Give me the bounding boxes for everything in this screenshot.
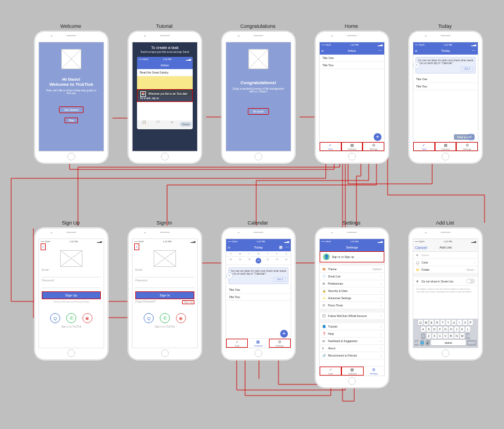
more-icon[interactable]: ⋯: [470, 47, 478, 55]
toggle-switch[interactable]: [466, 279, 475, 284]
mic-key[interactable]: 🎤: [425, 340, 430, 345]
tab-task[interactable]: ✓Task: [320, 367, 341, 376]
label-tutorial: Tutorial: [128, 23, 200, 29]
settings-item[interactable]: ✨Advanced Settings›: [320, 295, 384, 302]
label-addlist: Add List: [409, 220, 481, 226]
all-done-button[interactable]: All done!: [248, 108, 268, 115]
got-it-button[interactable]: Got it: [273, 277, 286, 282]
add-task-fab[interactable]: +: [280, 330, 288, 338]
smart-toggle-row[interactable]: 👁 Do not show in Smart List: [413, 277, 478, 286]
more-icon[interactable]: ⋯: [285, 245, 289, 250]
tab-settings[interactable]: ⚙Settings: [363, 142, 384, 151]
signin-button[interactable]: Sign In: [135, 291, 194, 299]
name-field[interactable]: ✎Name: [413, 252, 478, 259]
pref-icon: ⚙: [322, 282, 328, 285]
task-row[interactable]: Title Two: [320, 62, 384, 69]
keyboard[interactable]: QW ER TY UI OP AS DF GH JK L ⇧ ZX CV: [413, 319, 478, 348]
wechat-icon: 💬: [322, 314, 328, 318]
avatar-icon: 👤: [323, 254, 330, 260]
tutorial-sub: Touch to input your first to-do and tap …: [137, 51, 193, 53]
tab-task[interactable]: ✓Task: [413, 142, 435, 151]
settings-item[interactable]: 🔗Recommend to Friends›: [320, 352, 384, 359]
settings-item[interactable]: 🔒Security & Data›: [320, 287, 384, 295]
settings-item[interactable]: ⏱Pomo Timer›: [320, 302, 384, 309]
social-weibo-icon[interactable]: ◉: [82, 313, 92, 323]
settings-item[interactable]: ❓Help›: [320, 330, 384, 338]
num-key[interactable]: 123: [414, 340, 419, 345]
tab-calendar[interactable]: ▦Calendar: [435, 142, 457, 151]
task-row[interactable]: Title One: [320, 55, 384, 62]
email-label: Email: [39, 267, 104, 271]
globe-key[interactable]: 🌐: [420, 340, 424, 345]
shift-key[interactable]: ⇧: [421, 333, 425, 339]
tab-settings[interactable]: ⚙Settings: [269, 339, 291, 348]
add-task-fab[interactable]: +: [374, 133, 381, 141]
hamburger-icon[interactable]: ≡: [320, 47, 327, 55]
social-qq-icon[interactable]: Q: [144, 313, 154, 323]
settings-item[interactable]: 📄Smart List›: [320, 273, 384, 280]
email-field[interactable]: [135, 271, 194, 277]
password-field[interactable]: [42, 282, 101, 288]
settings-item[interactable]: 📘Tutorial›: [320, 323, 384, 330]
label-signin: Sign In: [128, 220, 200, 226]
task-row[interactable]: Title One: [413, 76, 478, 83]
task-row[interactable]: Title Two: [413, 83, 478, 90]
more-icon[interactable]: ⋯: [376, 47, 384, 55]
back-icon[interactable]: ‹: [134, 243, 139, 250]
skip-button[interactable]: Skip: [65, 118, 78, 123]
settings-item[interactable]: ✉Feedback & Suggestion›: [320, 338, 384, 345]
grid-icon[interactable]: ▦: [279, 245, 283, 250]
folder-field[interactable]: 📁FolderNone ›: [413, 266, 478, 274]
space-key[interactable]: space: [431, 340, 466, 345]
create-link[interactable]: Sign Up: [182, 300, 194, 304]
social-qq-icon[interactable]: Q: [50, 313, 60, 323]
adv-icon: ✨: [322, 296, 328, 300]
email-field[interactable]: [42, 271, 101, 277]
got-it-button[interactable]: Got it: [461, 66, 473, 71]
tab-settings[interactable]: ⚙Settings: [364, 367, 384, 376]
tab-task[interactable]: ✓Task: [320, 142, 341, 151]
close-icon[interactable]: ×: [226, 272, 233, 279]
close-icon[interactable]: ×: [413, 62, 420, 69]
addlist-nav-title: Add List: [439, 246, 452, 249]
signin-row[interactable]: 👤 Sign in or Sign up ›: [320, 251, 384, 262]
tab-calendar[interactable]: ▦Calendar: [248, 339, 268, 348]
back-icon[interactable]: ‹: [41, 243, 46, 250]
settings-item[interactable]: ℹAbout›: [320, 345, 384, 352]
signup-button[interactable]: Sign Up: [42, 291, 101, 299]
social-weibo-icon[interactable]: ◉: [176, 313, 186, 323]
color-field[interactable]: ◯Color›: [413, 259, 478, 266]
color-icon: ◯: [416, 261, 422, 264]
tab-calendar[interactable]: ▦Calendar: [341, 142, 363, 151]
password-field[interactable]: [135, 282, 194, 288]
task-row[interactable]: Title One: [226, 286, 291, 294]
image-placeholder: [60, 250, 82, 267]
home-nav-title: Inbox: [348, 49, 356, 52]
settings-item-theme[interactable]: 🎨 Theme Default: [320, 266, 384, 273]
social-wechat-icon[interactable]: ✆: [160, 313, 170, 323]
tab-task[interactable]: ✓Task: [226, 339, 248, 348]
feedback-icon: ✉: [322, 339, 328, 343]
today-nav-title: Today: [441, 49, 450, 52]
hamburger-icon[interactable]: ≡: [413, 47, 421, 55]
phone-welcome: Hi there! Welcome to TickTick Here, we'd…: [35, 31, 108, 163]
tutorial-hint[interactable]: 📅 Whenever you like to set 'Due date' fo…: [137, 89, 193, 102]
help-icon: ❓: [322, 332, 328, 335]
get-started-button[interactable]: Get Started: [59, 106, 84, 113]
timer-icon: ⏱: [322, 304, 328, 307]
theme-icon: 🎨: [322, 267, 328, 271]
tab-calendar[interactable]: ▦Calendar: [341, 367, 363, 376]
return-key[interactable]: return: [467, 340, 477, 345]
tab-settings[interactable]: ⚙Settings: [456, 142, 478, 151]
email-label: Email: [133, 267, 197, 271]
forgot-link[interactable]: Forgot Password?: [135, 300, 156, 304]
social-wechat-icon[interactable]: ✆: [66, 313, 76, 323]
settings-follow[interactable]: 💬Follow WeChat Official Account›: [320, 313, 384, 320]
phone-today: ••••• Wi-Fi1:20 PM▂▃▅ ≡ Today ⋯ × You ca…: [409, 31, 482, 163]
welcome-h1: Hi there!: [39, 77, 104, 82]
delete-key[interactable]: ⌫: [466, 333, 470, 339]
cancel-button[interactable]: Cancel: [413, 243, 429, 251]
settings-item[interactable]: ⚙Preferences›: [320, 280, 384, 287]
hamburger-icon[interactable]: ≡: [226, 243, 234, 251]
task-row[interactable]: Title Two: [226, 294, 291, 301]
